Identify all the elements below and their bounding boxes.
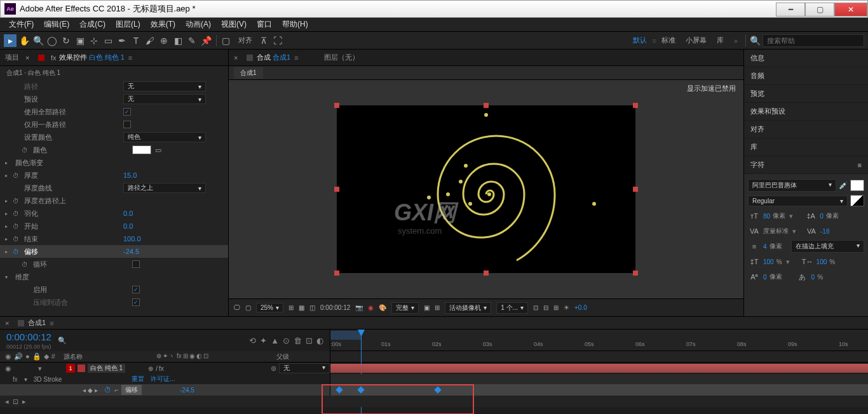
tl-icon-6[interactable]: ⊡: [306, 336, 313, 345]
layer-visibility[interactable]: ◉: [5, 364, 11, 373]
bbox-handle[interactable]: [484, 270, 489, 276]
col-visibility-icon[interactable]: ◉: [5, 352, 11, 361]
time-ruler[interactable]: :00s01s02s03s04s05s06s07s08s09s10s: [330, 330, 868, 351]
menu-help[interactable]: 帮助(H): [277, 19, 313, 30]
keyframe-nav[interactable]: ◂ ◆ ▸: [83, 387, 98, 394]
resolution-dropdown[interactable]: 完整▾: [391, 302, 419, 314]
orbit-tool[interactable]: ◯: [46, 34, 58, 47]
bbox-handle[interactable]: [334, 270, 339, 276]
effect-name[interactable]: 3D Stroke: [34, 376, 62, 383]
layer-expand[interactable]: ▾: [38, 364, 42, 373]
brush-tool[interactable]: 🖌: [144, 34, 156, 47]
tl-icon-3[interactable]: ▲: [271, 336, 279, 345]
guides-icon[interactable]: ▦: [299, 304, 304, 311]
bbox-handle[interactable]: [334, 187, 339, 192]
grid-icon[interactable]: ⊞: [288, 304, 294, 311]
effect-reset[interactable]: 重置: [132, 375, 144, 384]
keyframe[interactable]: [357, 386, 364, 393]
exposure-icon[interactable]: ☀: [564, 304, 569, 311]
col-parent[interactable]: 父级: [273, 352, 330, 361]
tl-icon-5[interactable]: 🗑: [294, 336, 302, 345]
panel-info[interactable]: 信息: [744, 50, 868, 67]
prop-row-维度[interactable]: ▾维度: [0, 270, 228, 283]
baseline-value[interactable]: 0: [763, 274, 767, 281]
comp-tab[interactable]: 合成 合成1: [257, 53, 290, 62]
effect-tab-label[interactable]: 效果控件 白色 纯色 1: [59, 53, 125, 62]
layer-label-color[interactable]: [78, 364, 85, 372]
leading-value[interactable]: 0: [820, 213, 824, 220]
col-lock-icon[interactable]: 🔒: [32, 352, 41, 361]
minimize-button[interactable]: ━: [776, 3, 805, 17]
transparency-icon[interactable]: ⊞: [435, 304, 440, 311]
layer-tab[interactable]: 图层（无）: [324, 53, 359, 62]
zoom-dropdown[interactable]: 25%▾: [256, 303, 283, 312]
stroke-color-swatch[interactable]: [850, 195, 864, 206]
panel-character[interactable]: 字符≡: [744, 156, 868, 174]
search-timeline-icon[interactable]: 🔍: [58, 337, 67, 345]
nav-prev-icon[interactable]: ◂: [5, 397, 9, 406]
panel-preview[interactable]: 预览: [744, 85, 868, 103]
col-solo-icon[interactable]: ●: [25, 352, 30, 361]
col-audio-icon[interactable]: 🔊: [14, 352, 23, 361]
menu-effect[interactable]: 效果(T): [146, 19, 180, 30]
prop-row-厚度曲线[interactable]: 厚度曲线路径之上▾: [0, 182, 228, 194]
clone-tool[interactable]: ⊕: [158, 34, 170, 47]
keyframe[interactable]: [336, 386, 342, 393]
prop-row-仅用一条路径[interactable]: 仅用一条路径: [0, 118, 228, 131]
exposure-value[interactable]: +0.0: [574, 304, 587, 311]
nav-next-icon[interactable]: ▸: [22, 397, 26, 406]
tl-icon-7[interactable]: ◐: [316, 336, 323, 345]
prop-row-设置颜色[interactable]: 设置颜色纯色▾: [0, 131, 228, 144]
font-size-value[interactable]: 80: [763, 213, 770, 220]
prop-row-羽化[interactable]: ▸⏱羽化0.0: [0, 207, 228, 220]
prop-row-压缩到适合[interactable]: 压缩到适合✓: [0, 296, 228, 309]
time-display[interactable]: 0:00:00:12: [320, 304, 350, 311]
selection-tool[interactable]: ▸: [4, 34, 17, 47]
eyedropper-icon[interactable]: 💉: [839, 182, 848, 190]
bbox-handle[interactable]: [334, 103, 339, 108]
nav-toggle-icon[interactable]: ⊡: [13, 397, 18, 406]
stroke-fill-dropdown[interactable]: 在描边上填充▾: [791, 240, 864, 253]
maximize-button[interactable]: ▢: [805, 3, 834, 17]
hand-tool[interactable]: ✋: [18, 34, 31, 47]
prop-row-偏移[interactable]: ▸⏱偏移-24.5: [0, 245, 228, 258]
rotate-tool[interactable]: ↻: [60, 34, 72, 47]
project-tab[interactable]: 项目: [5, 53, 19, 62]
stopwatch-active-icon[interactable]: ⏱: [104, 386, 111, 394]
region-icon[interactable]: ▣: [424, 304, 430, 311]
workspace-standard[interactable]: 标准: [656, 36, 681, 45]
tl-icon-4[interactable]: ⊙: [283, 336, 290, 345]
tl-icon-1[interactable]: ⟲: [249, 336, 256, 345]
col-label-icon[interactable]: ◆: [44, 352, 49, 361]
snapshot-icon[interactable]: 📷: [355, 304, 363, 311]
effect-license[interactable]: 许可证...: [151, 375, 175, 384]
panel-effects[interactable]: 效果和预设: [744, 103, 868, 121]
panel-align[interactable]: 对齐: [744, 121, 868, 138]
fill-color-swatch[interactable]: [850, 180, 864, 191]
zoom-tool[interactable]: 🔍: [32, 34, 44, 47]
anchor-tool[interactable]: ⊹: [88, 34, 100, 47]
prop-row-结束[interactable]: ▸⏱结束100.0: [0, 232, 228, 245]
views-dropdown[interactable]: 1 个...▾: [496, 302, 528, 314]
font-style-dropdown[interactable]: Regular▾: [748, 196, 848, 206]
tracking-value[interactable]: -18: [820, 228, 829, 235]
bbox-handle[interactable]: [484, 103, 489, 108]
timecode[interactable]: 0:00:00:12: [6, 331, 51, 342]
workspace-default[interactable]: 默认: [628, 36, 652, 45]
col-number-icon[interactable]: #: [51, 352, 55, 361]
prop-row-颜色[interactable]: ⏱颜色▭: [0, 144, 228, 156]
prop-row-厚度在路径上[interactable]: ▸⏱厚度在路径上: [0, 194, 228, 207]
menu-window[interactable]: 窗口: [252, 19, 277, 30]
search-input[interactable]: [763, 34, 864, 47]
keyframe[interactable]: [434, 386, 441, 393]
roto-tool[interactable]: ✎: [186, 34, 198, 47]
menu-composition[interactable]: 合成(C): [74, 19, 111, 30]
menu-animation[interactable]: 动画(A): [180, 19, 216, 30]
font-family-dropdown[interactable]: 阿里巴巴普惠体▾: [748, 179, 836, 192]
stroke-width-value[interactable]: 4: [763, 243, 767, 250]
menu-view[interactable]: 视图(V): [216, 19, 252, 30]
vscale-value[interactable]: 100: [763, 258, 774, 265]
tsume-value[interactable]: 0: [811, 274, 815, 281]
panel-library[interactable]: 库: [744, 138, 868, 156]
tl-icon-2[interactable]: ✦: [260, 336, 267, 345]
